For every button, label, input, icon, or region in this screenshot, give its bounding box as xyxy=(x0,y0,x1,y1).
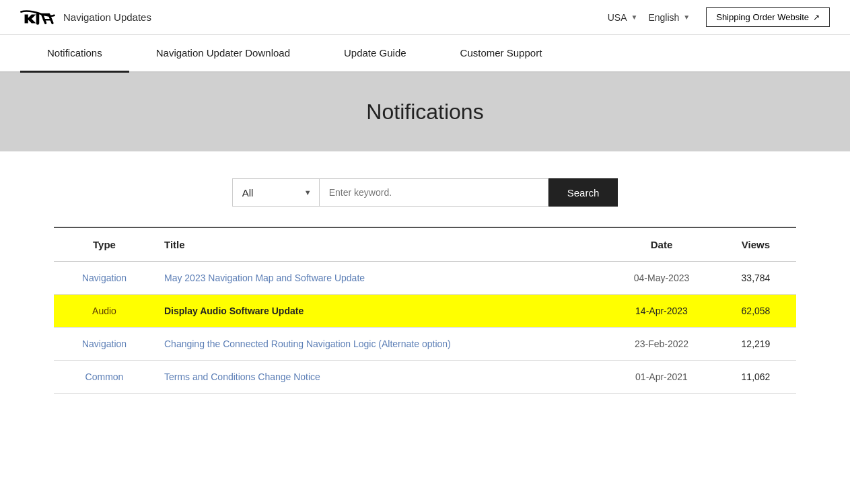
cell-type: Navigation xyxy=(54,328,155,361)
cell-views: 11,062 xyxy=(715,361,796,394)
shipping-btn-label: Shipping Order Website xyxy=(716,12,809,22)
search-button[interactable]: Search xyxy=(548,178,618,207)
logo: Navigation Updates xyxy=(20,10,151,25)
hero-title: Notifications xyxy=(0,100,850,124)
column-header-date: Date xyxy=(608,227,715,262)
cell-views: 62,058 xyxy=(715,295,796,328)
cell-views: 12,219 xyxy=(715,328,796,361)
hero-banner: Notifications xyxy=(0,73,850,151)
title-link[interactable]: Terms and Conditions Change Notice xyxy=(164,371,320,382)
title-link[interactable]: Changing the Connected Routing Navigatio… xyxy=(164,338,451,349)
cell-date: 01-Apr-2021 xyxy=(608,361,715,394)
cell-type: Navigation xyxy=(54,262,155,295)
cell-views: 33,784 xyxy=(715,262,796,295)
table-row: NavigationChanging the Connected Routing… xyxy=(54,328,796,361)
kia-logo-icon xyxy=(20,10,55,25)
column-header-title: Title xyxy=(155,227,608,262)
external-link-icon: ↗ xyxy=(813,13,820,22)
cell-title: Display Audio Software Update xyxy=(155,295,608,328)
main-nav: Notifications Navigation Updater Downloa… xyxy=(0,35,850,73)
nav-item-customer-support[interactable]: Customer Support xyxy=(433,35,569,71)
nav-item-update-guide[interactable]: Update Guide xyxy=(317,35,433,71)
country-chevron-icon: ▼ xyxy=(631,13,637,21)
language-label: English xyxy=(648,12,679,23)
cell-type: Common xyxy=(54,361,155,394)
category-select-wrapper: All Navigation Audio Common ▼ xyxy=(232,178,320,207)
column-header-views: Views xyxy=(715,227,796,262)
keyword-input[interactable] xyxy=(320,178,548,207)
header: Navigation Updates USA ▼ English ▼ Shipp… xyxy=(0,0,850,35)
country-selector[interactable]: USA ▼ xyxy=(602,9,643,26)
lang-chevron-icon: ▼ xyxy=(683,13,690,21)
filter-bar: All Navigation Audio Common ▼ Search xyxy=(0,151,850,227)
country-label: USA xyxy=(608,12,627,23)
cell-type: Audio xyxy=(54,295,155,328)
cell-title[interactable]: May 2023 Navigation Map and Software Upd… xyxy=(155,262,608,295)
nav-item-updater-download[interactable]: Navigation Updater Download xyxy=(129,35,317,71)
table-row: NavigationMay 2023 Navigation Map and So… xyxy=(54,262,796,295)
title-link[interactable]: May 2023 Navigation Map and Software Upd… xyxy=(164,273,365,283)
cell-title[interactable]: Terms and Conditions Change Notice xyxy=(155,361,608,394)
site-title: Navigation Updates xyxy=(63,11,151,23)
language-selector[interactable]: English ▼ xyxy=(643,9,695,26)
shipping-order-button[interactable]: Shipping Order Website ↗ xyxy=(706,7,830,27)
notifications-table-section: Type Title Date Views NavigationMay 2023… xyxy=(0,227,850,421)
column-header-type: Type xyxy=(54,227,155,262)
table-header-row: Type Title Date Views xyxy=(54,227,796,262)
notifications-table: Type Title Date Views NavigationMay 2023… xyxy=(54,227,796,394)
cell-date: 14-Apr-2023 xyxy=(608,295,715,328)
cell-title[interactable]: Changing the Connected Routing Navigatio… xyxy=(155,328,608,361)
table-row: CommonTerms and Conditions Change Notice… xyxy=(54,361,796,394)
category-select[interactable]: All Navigation Audio Common xyxy=(232,178,320,207)
nav-item-notifications[interactable]: Notifications xyxy=(20,35,129,73)
cell-date: 23-Feb-2022 xyxy=(608,328,715,361)
table-body: NavigationMay 2023 Navigation Map and So… xyxy=(54,262,796,394)
cell-date: 04-May-2023 xyxy=(608,262,715,295)
table-row: AudioDisplay Audio Software Update14-Apr… xyxy=(54,295,796,328)
